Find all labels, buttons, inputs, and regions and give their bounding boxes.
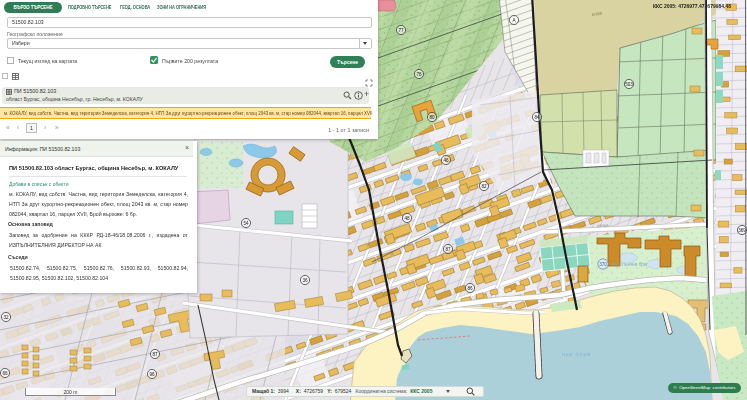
svg-text:46: 46 (443, 158, 449, 163)
svg-text:32: 32 (3, 315, 9, 320)
svg-text:503: 503 (625, 82, 633, 87)
svg-text:77: 77 (398, 28, 404, 33)
svg-text:369: 369 (738, 228, 746, 233)
svg-text:66: 66 (2, 371, 8, 376)
svg-text:87: 87 (152, 352, 158, 357)
svg-text:84: 84 (534, 115, 540, 120)
svg-text:нов плаж: нов плаж (562, 351, 591, 357)
svg-text:82: 82 (481, 184, 487, 189)
svg-text:96: 96 (149, 372, 155, 377)
svg-text:улица: улица (597, 222, 609, 228)
svg-text:87: 87 (445, 247, 451, 252)
svg-text:80: 80 (429, 115, 435, 120)
svg-text:86: 86 (467, 286, 473, 291)
svg-text:ККС 2005: 4726977.47, 679984.4: ККС 2005: 4726977.47, 679984.48 (653, 3, 731, 9)
svg-text:78: 78 (416, 72, 422, 77)
svg-text:36: 36 (302, 278, 308, 283)
svg-text:48: 48 (404, 216, 410, 221)
svg-text:370: 370 (599, 262, 607, 267)
svg-text:к.к.Слънчев бряг: к.к.Слънчев бряг (612, 262, 648, 267)
svg-text:54: 54 (243, 221, 249, 226)
